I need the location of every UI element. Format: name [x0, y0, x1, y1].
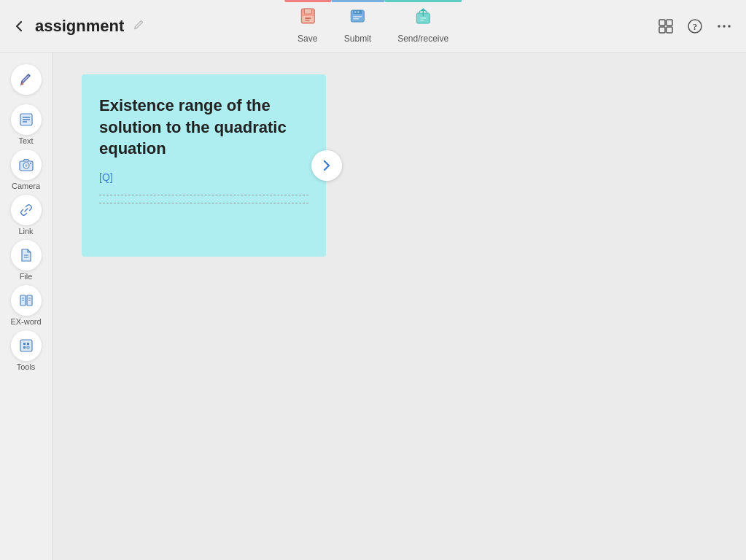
- svg-point-21: [723, 25, 726, 28]
- sendreceive-indicator: [384, 0, 462, 2]
- sidebar: Text Camera: [0, 52, 53, 560]
- question-card: Existence range of the solution to the q…: [82, 74, 326, 257]
- svg-rect-1: [304, 9, 311, 14]
- sendreceive-button[interactable]: Send/receive: [384, 0, 462, 48]
- submit-indicator: [331, 0, 384, 2]
- top-bar: assignment Save: [0, 0, 746, 52]
- submit-button[interactable]: Submit: [331, 0, 384, 48]
- pen-icon: [11, 64, 42, 95]
- svg-rect-17: [667, 27, 672, 33]
- sidebar-item-text-label: Text: [18, 136, 33, 145]
- sidebar-item-camera[interactable]: Camera: [5, 149, 47, 191]
- card-q-tag: [Q]: [99, 171, 308, 183]
- sidebar-item-file[interactable]: File: [5, 239, 47, 281]
- sidebar-item-link[interactable]: Link: [5, 194, 47, 236]
- save-icon: [298, 6, 318, 31]
- svg-rect-12: [420, 18, 426, 19]
- file-icon: [11, 240, 42, 271]
- svg-rect-7: [354, 12, 356, 13]
- svg-point-20: [718, 25, 720, 28]
- top-center-toolbar: Save Submit: [284, 0, 462, 48]
- more-options-button[interactable]: [711, 13, 737, 39]
- main-area: Text Camera: [0, 52, 746, 560]
- svg-rect-14: [659, 20, 665, 26]
- submit-icon: [347, 6, 368, 31]
- svg-text:?: ?: [693, 21, 698, 32]
- svg-point-32: [30, 163, 31, 164]
- help-button[interactable]: ?: [682, 13, 708, 39]
- svg-rect-8: [357, 12, 359, 13]
- dash-line-2: [99, 203, 308, 203]
- card-dashes: [99, 195, 308, 203]
- svg-rect-10: [353, 18, 359, 20]
- text-icon: [11, 104, 42, 135]
- sidebar-item-text[interactable]: Text: [5, 104, 47, 146]
- sidebar-item-link-label: Link: [18, 227, 33, 236]
- view-toggle-button[interactable]: [653, 13, 679, 39]
- sidebar-item-tools-label: Tools: [17, 362, 36, 371]
- sendreceive-label: Send/receive: [397, 34, 448, 44]
- camera-icon: [11, 149, 42, 180]
- sidebar-item-file-label: File: [20, 272, 33, 281]
- top-right-actions: ?: [653, 13, 737, 39]
- svg-point-22: [728, 25, 731, 28]
- svg-point-24: [21, 83, 23, 85]
- edit-title-icon[interactable]: [133, 19, 144, 34]
- link-icon: [11, 195, 42, 225]
- back-button[interactable]: [9, 16, 29, 36]
- sidebar-item-exword[interactable]: EX-word: [5, 284, 47, 327]
- submit-label: Submit: [344, 34, 371, 44]
- svg-rect-3: [305, 18, 311, 19]
- next-arrow-button[interactable]: [311, 150, 342, 181]
- card-title: Existence range of the solution to the q…: [99, 95, 308, 160]
- sidebar-item-pen[interactable]: [5, 58, 47, 101]
- exword-icon: [11, 285, 42, 316]
- top-bar-left: assignment: [9, 16, 144, 36]
- svg-rect-41: [20, 340, 32, 351]
- sidebar-item-camera-label: Camera: [12, 182, 40, 190]
- svg-rect-16: [659, 27, 665, 33]
- assignment-title: assignment: [35, 17, 124, 36]
- svg-rect-9: [353, 16, 362, 18]
- save-label: Save: [298, 34, 317, 44]
- sidebar-item-exword-label: EX-word: [10, 317, 41, 326]
- save-button[interactable]: Save: [284, 0, 331, 48]
- content-area: Existence range of the solution to the q…: [53, 52, 746, 560]
- svg-rect-15: [667, 20, 672, 26]
- sendreceive-icon: [413, 6, 433, 31]
- save-indicator: [284, 0, 331, 2]
- tools-icon: [11, 330, 42, 361]
- svg-rect-13: [420, 20, 424, 21]
- svg-point-31: [25, 164, 28, 167]
- sidebar-item-tools[interactable]: Tools: [5, 330, 47, 372]
- svg-rect-4: [305, 20, 309, 21]
- dash-line-1: [99, 195, 308, 195]
